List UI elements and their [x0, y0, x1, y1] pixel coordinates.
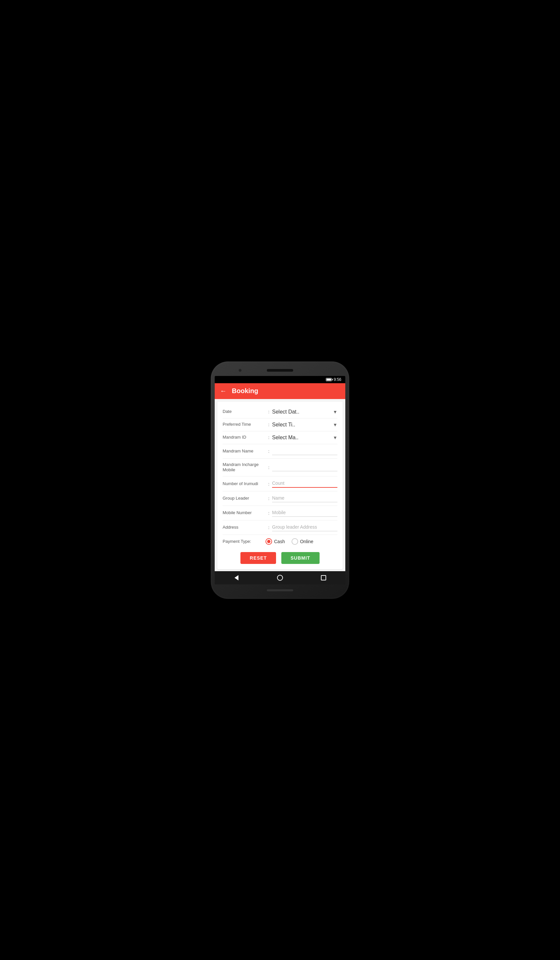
nav-home-button[interactable] — [275, 573, 285, 583]
phone-home-indicator — [267, 589, 293, 591]
payment-type-label: Payment Type: — [222, 539, 266, 544]
submit-button[interactable]: SUBMIT — [281, 552, 320, 564]
status-bar: 9:56 — [215, 376, 345, 383]
group-leader-label: Group Leader — [222, 496, 266, 501]
mobile-number-colon: : — [266, 510, 272, 515]
nav-back-icon — [235, 575, 238, 581]
nav-recents-icon — [321, 575, 326, 581]
date-label: Date — [222, 409, 266, 414]
mandram-id-dropdown[interactable]: Select Ma.. ▼ — [272, 435, 338, 441]
online-radio-circle — [291, 538, 298, 545]
mandram-incharge-mobile-input[interactable] — [272, 464, 338, 471]
date-colon: : — [266, 409, 272, 414]
mandram-name-label: Mandram Name — [222, 448, 266, 454]
mandram-name-value — [272, 448, 338, 455]
mandram-id-row: Mandram ID : Select Ma.. ▼ — [222, 431, 338, 444]
form-container: Date : Select Dat.. ▼ Preferred Time : — [215, 399, 345, 571]
preferred-time-colon: : — [266, 422, 272, 427]
mobile-number-input[interactable] — [272, 509, 338, 517]
date-dropdown[interactable]: Select Dat.. ▼ — [272, 409, 338, 415]
nav-bar — [215, 571, 345, 584]
number-of-irumudi-input[interactable] — [272, 480, 338, 488]
cash-radio-label: Cash — [274, 539, 285, 544]
online-radio-option[interactable]: Online — [291, 538, 313, 545]
group-leader-input[interactable] — [272, 495, 338, 502]
mandram-name-input[interactable] — [272, 448, 338, 455]
mandram-incharge-mobile-label: Mandram Incharge Mobile — [222, 462, 266, 473]
number-of-irumudi-colon: : — [266, 482, 272, 486]
number-of-irumudi-label: Number of Irumudi — [222, 481, 266, 487]
date-dropdown-arrow: ▼ — [333, 409, 338, 414]
phone-speaker — [267, 369, 293, 372]
form-card: Date : Select Dat.. ▼ Preferred Time : — [218, 402, 342, 570]
address-input[interactable] — [272, 524, 338, 531]
back-button[interactable]: ← — [220, 387, 227, 395]
mandram-id-label: Mandram ID — [222, 435, 266, 440]
number-of-irumudi-row: Number of Irumudi : — [222, 477, 338, 491]
mobile-number-value — [272, 509, 338, 517]
cash-radio-circle — [266, 538, 272, 545]
app-bar: ← Booking — [215, 383, 345, 399]
preferred-time-row: Preferred Time : Select Ti.. ▼ — [222, 419, 338, 431]
nav-recents-button[interactable] — [318, 573, 329, 583]
group-leader-value — [272, 495, 338, 502]
date-row: Date : Select Dat.. ▼ — [222, 406, 338, 418]
payment-type-row: Payment Type: Cash Online — [222, 535, 338, 548]
cash-radio-inner — [267, 540, 270, 543]
mandram-id-dropdown-arrow: ▼ — [333, 435, 338, 440]
group-leader-row: Group Leader : — [222, 491, 338, 506]
phone-bottom-bar — [215, 586, 345, 595]
phone-top-bar — [215, 365, 345, 375]
preferred-time-dropdown-text: Select Ti.. — [272, 422, 295, 428]
mandram-name-row: Mandram Name : — [222, 444, 338, 458]
payment-options: Cash Online — [266, 538, 338, 545]
date-value: Select Dat.. ▼ — [272, 409, 338, 415]
group-leader-colon: : — [266, 496, 272, 501]
mandram-id-colon: : — [266, 435, 272, 440]
preferred-time-label: Preferred Time — [222, 422, 266, 427]
online-radio-label: Online — [300, 539, 313, 544]
mobile-number-label: Mobile Number — [222, 510, 266, 516]
nav-back-button[interactable] — [231, 573, 242, 583]
mandram-id-value: Select Ma.. ▼ — [272, 435, 338, 441]
address-colon: : — [266, 525, 272, 530]
phone-camera — [238, 369, 242, 372]
address-label: Address — [222, 525, 266, 530]
button-row: RESET SUBMIT — [222, 548, 338, 565]
mandram-incharge-mobile-colon: : — [266, 465, 272, 470]
battery-icon — [326, 378, 332, 381]
date-dropdown-text: Select Dat.. — [272, 409, 299, 415]
preferred-time-dropdown-arrow: ▼ — [333, 422, 338, 427]
cash-radio-option[interactable]: Cash — [266, 538, 285, 545]
phone-device: 9:56 ← Booking Date : Select Dat.. ▼ — [211, 362, 349, 599]
address-value — [272, 524, 338, 531]
app-title: Booking — [232, 387, 258, 395]
phone-screen: 9:56 ← Booking Date : Select Dat.. ▼ — [215, 376, 345, 584]
mandram-incharge-mobile-value — [272, 464, 338, 471]
mandram-name-colon: : — [266, 449, 272, 454]
mandram-incharge-mobile-row: Mandram Incharge Mobile : — [222, 459, 338, 477]
preferred-time-dropdown[interactable]: Select Ti.. ▼ — [272, 422, 338, 428]
mandram-id-dropdown-text: Select Ma.. — [272, 435, 298, 441]
status-time: 9:56 — [334, 377, 341, 382]
address-row: Address : — [222, 520, 338, 534]
nav-home-icon — [277, 575, 283, 581]
mobile-number-row: Mobile Number : — [222, 506, 338, 520]
preferred-time-value: Select Ti.. ▼ — [272, 422, 338, 428]
reset-button[interactable]: RESET — [240, 552, 276, 564]
number-of-irumudi-value — [272, 480, 338, 488]
